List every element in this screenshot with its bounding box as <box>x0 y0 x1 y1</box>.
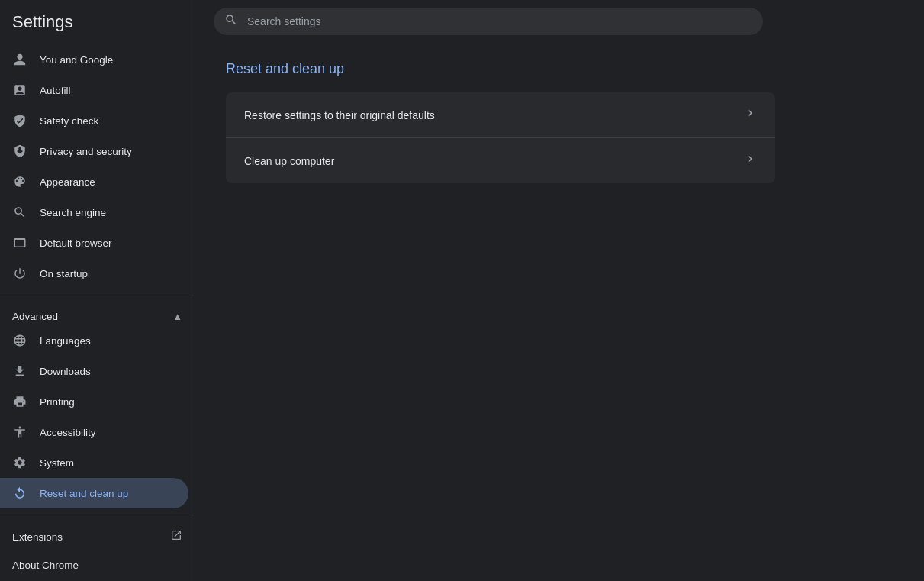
restore-settings-label: Restore settings to their original defau… <box>244 109 435 121</box>
sidebar-item-accessibility[interactable]: Accessibility <box>0 417 188 447</box>
sidebar-label-printing: Printing <box>40 396 75 408</box>
privacy-icon <box>12 144 27 159</box>
sidebar-divider <box>0 295 195 295</box>
sidebar-label-accessibility: Accessibility <box>40 427 96 438</box>
page-title: Reset and clean up <box>226 61 893 77</box>
palette-icon <box>12 174 27 189</box>
reset-icon <box>12 486 27 501</box>
sidebar-item-safety-check[interactable]: Safety check <box>0 105 188 136</box>
sidebar-item-extensions[interactable]: Extensions <box>0 521 195 552</box>
sidebar-item-downloads[interactable]: Downloads <box>0 356 188 386</box>
sidebar-item-languages[interactable]: Languages <box>0 325 188 356</box>
sidebar-label-default-browser: Default browser <box>40 237 112 249</box>
sidebar-label-system: System <box>40 457 74 469</box>
sidebar-label-search-engine: Search engine <box>40 207 106 218</box>
sidebar-label-you-and-google: You and Google <box>40 54 113 66</box>
sidebar-item-autofill[interactable]: Autofill <box>0 75 188 105</box>
extensions-label: Extensions <box>12 531 63 543</box>
sidebar-item-privacy-and-security[interactable]: Privacy and security <box>0 136 188 166</box>
autofill-icon <box>12 82 27 98</box>
sidebar-item-appearance[interactable]: Appearance <box>0 166 188 197</box>
sidebar-item-you-and-google[interactable]: You and Google <box>0 44 188 75</box>
sidebar-item-on-startup[interactable]: On startup <box>0 258 188 289</box>
print-icon <box>12 394 27 409</box>
clean-up-computer-label: Clean up computer <box>244 155 334 167</box>
restore-settings-row[interactable]: Restore settings to their original defau… <box>226 92 775 138</box>
power-icon <box>12 266 27 281</box>
sidebar-divider-2 <box>0 515 195 515</box>
sidebar-label-on-startup: On startup <box>40 268 88 279</box>
sidebar-item-search-engine[interactable]: Search engine <box>0 197 188 228</box>
about-chrome-label: About Chrome <box>12 560 79 571</box>
external-link-icon <box>170 529 182 544</box>
sidebar-item-default-browser[interactable]: Default browser <box>0 228 188 258</box>
app-title: Settings <box>0 6 195 44</box>
system-icon <box>12 455 27 470</box>
accessibility-icon <box>12 424 27 440</box>
sidebar-item-about-chrome[interactable]: About Chrome <box>0 552 188 579</box>
sidebar-label-safety-check: Safety check <box>40 115 98 127</box>
search-engine-icon <box>12 205 27 220</box>
sidebar-item-reset-and-clean-up[interactable]: Reset and clean up <box>0 478 188 508</box>
advanced-collapse-icon: ▲ <box>172 311 182 322</box>
chevron-right-icon <box>743 106 757 124</box>
settings-card: Restore settings to their original defau… <box>226 92 775 183</box>
shield-icon <box>12 113 27 128</box>
search-input[interactable] <box>214 8 763 35</box>
top-bar <box>195 0 924 43</box>
search-icon <box>224 13 238 30</box>
sidebar: Settings You and Google Autofill Safety … <box>0 0 195 581</box>
globe-icon <box>12 333 27 348</box>
sidebar-label-appearance: Appearance <box>40 176 95 188</box>
browser-icon <box>12 235 27 250</box>
chevron-right-icon-2 <box>743 152 757 169</box>
sidebar-label-downloads: Downloads <box>40 366 91 377</box>
sidebar-label-autofill: Autofill <box>40 85 71 96</box>
sidebar-label-languages: Languages <box>40 335 91 347</box>
advanced-label: Advanced <box>12 311 58 322</box>
download-icon <box>12 363 27 379</box>
advanced-section-header[interactable]: Advanced ▲ <box>0 302 195 325</box>
sidebar-item-printing[interactable]: Printing <box>0 386 188 417</box>
person-icon <box>12 52 27 67</box>
main-content: Reset and clean up Restore settings to t… <box>195 0 924 581</box>
sidebar-item-system[interactable]: System <box>0 447 188 478</box>
page-area: Reset and clean up Restore settings to t… <box>195 43 924 581</box>
clean-up-computer-row[interactable]: Clean up computer <box>226 138 775 183</box>
sidebar-label-reset-and-clean-up: Reset and clean up <box>40 488 128 499</box>
search-wrap <box>214 8 763 35</box>
sidebar-label-privacy-and-security: Privacy and security <box>40 146 132 157</box>
